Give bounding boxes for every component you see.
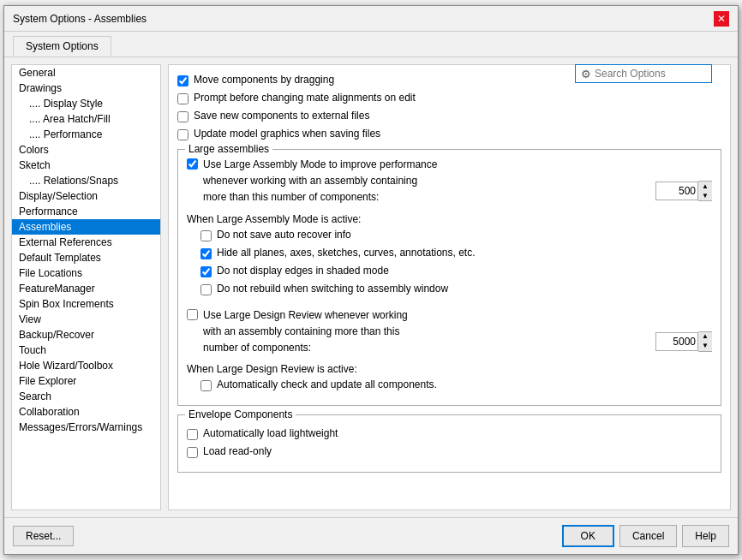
sidebar-item-backup-recover[interactable]: Backup/Recover bbox=[12, 327, 160, 343]
when-design-review-label: When Large Design Review is active: bbox=[187, 363, 712, 375]
search-bar: ⚙ bbox=[575, 64, 712, 83]
dialog-title: System Options - Assemblies bbox=[13, 13, 147, 25]
checkbox-hide-planes[interactable] bbox=[200, 248, 212, 259]
title-bar: System Options - Assemblies ✕ bbox=[4, 6, 738, 32]
sidebar-item-display-style[interactable]: .... Display Style bbox=[12, 96, 160, 111]
bottom-bar: Reset... OK Cancel Help bbox=[4, 517, 738, 554]
use-large-asm-row: Use Large Assembly Mode to improve perfo… bbox=[187, 157, 712, 206]
checkbox-row-prompt-mate: Prompt before changing mate alignments o… bbox=[177, 92, 721, 104]
main-panel: Move components by draggingPrompt before… bbox=[168, 64, 731, 510]
dialog-buttons: OK Cancel Help bbox=[562, 525, 729, 547]
content-area: GeneralDrawings.... Display Style.... Ar… bbox=[4, 57, 738, 517]
large-design-review-spinner-input[interactable] bbox=[655, 332, 698, 351]
when-active-row-hide-planes: Hide all planes, axes, sketches, curves,… bbox=[200, 247, 712, 259]
label-auto-load-lightweight: Automatically load lightweight bbox=[203, 427, 338, 439]
use-large-design-review-text: Use Large Design Review whenever working… bbox=[203, 307, 650, 357]
checkbox-use-large-design-review[interactable] bbox=[187, 309, 198, 320]
sidebar-item-collaboration[interactable]: Collaboration bbox=[12, 404, 160, 420]
checkbox-row-update-model-graphics: Update model graphics when saving files bbox=[177, 128, 721, 140]
checkbox-no-display-edges[interactable] bbox=[200, 266, 212, 277]
large-asm-spinner-down[interactable]: ▼ bbox=[698, 191, 712, 200]
large-design-review-spinner: ▲▼ bbox=[655, 331, 712, 352]
envelope-components-group: Envelope ComponentsAutomatically load li… bbox=[177, 414, 721, 473]
when-active-row-no-rebuild: Do not rebuild when switching to assembl… bbox=[200, 283, 712, 295]
checkbox-use-large-asm[interactable] bbox=[187, 158, 198, 170]
sidebar-item-feature-manager[interactable]: FeatureManager bbox=[12, 281, 160, 296]
use-large-asm-text: Use Large Assembly Mode to improve perfo… bbox=[203, 157, 650, 206]
search-icon: ⚙ bbox=[581, 68, 591, 80]
sidebar-item-colors[interactable]: Colors bbox=[12, 142, 160, 158]
large-assemblies-title: Large assemblies bbox=[185, 143, 272, 155]
checkbox-auto-check-update[interactable] bbox=[200, 380, 212, 391]
sidebar-item-display-selection[interactable]: Display/Selection bbox=[12, 188, 160, 204]
checkbox-prompt-mate[interactable] bbox=[177, 93, 188, 104]
envelope-components-title: Envelope Components bbox=[185, 408, 296, 420]
close-button[interactable]: ✕ bbox=[714, 11, 729, 27]
sidebar-item-sketch[interactable]: Sketch bbox=[12, 158, 160, 173]
sidebar-item-default-templates[interactable]: Default Templates bbox=[12, 250, 160, 265]
checkbox-label-move-components: Move components by dragging bbox=[194, 74, 334, 86]
checkbox-row-save-new-components: Save new components to external files bbox=[177, 110, 721, 122]
checkbox-auto-load-lightweight[interactable] bbox=[187, 429, 198, 440]
when-design-review-row-auto-check-update: Automatically check and update all compo… bbox=[200, 378, 712, 391]
sidebar-item-relations-snaps[interactable]: .... Relations/Snaps bbox=[12, 173, 160, 188]
tab-system-options[interactable]: System Options bbox=[13, 36, 111, 57]
when-active-row-no-save-recover: Do not save auto recover info bbox=[200, 229, 712, 241]
large-design-review-spinner-down[interactable]: ▼ bbox=[698, 342, 712, 351]
sidebar-item-search[interactable]: Search bbox=[12, 389, 160, 404]
when-active-label: When Large Assembly Mode is active: bbox=[187, 213, 712, 225]
large-assemblies-group: Large assembliesUse Large Assembly Mode … bbox=[177, 149, 721, 406]
reset-button[interactable]: Reset... bbox=[13, 526, 74, 546]
sidebar-item-hole-wizard-toolbox[interactable]: Hole Wizard/Toolbox bbox=[12, 358, 160, 373]
envelope-row-load-read-only: Load read-only bbox=[187, 445, 712, 458]
sidebar-item-messages-errors-warnings[interactable]: Messages/Errors/Warnings bbox=[12, 420, 160, 435]
sidebar: GeneralDrawings.... Display Style.... Ar… bbox=[11, 64, 161, 510]
help-button[interactable]: Help bbox=[682, 525, 729, 547]
ok-button[interactable]: OK bbox=[562, 525, 614, 547]
sidebar-item-area-hatch-fill[interactable]: .... Area Hatch/Fill bbox=[12, 111, 160, 127]
sidebar-item-spin-box-increments[interactable]: Spin Box Increments bbox=[12, 296, 160, 312]
sidebar-item-view[interactable]: View bbox=[12, 312, 160, 327]
sidebar-item-external-references[interactable]: External References bbox=[12, 235, 160, 250]
use-large-design-review-row: Use Large Design Review whenever working… bbox=[187, 307, 712, 357]
envelope-row-auto-load-lightweight: Automatically load lightweight bbox=[187, 427, 712, 440]
checkbox-label-prompt-mate: Prompt before changing mate alignments o… bbox=[194, 92, 416, 104]
label-no-display-edges: Do not display edges in shaded mode bbox=[217, 265, 389, 277]
checkbox-label-update-model-graphics: Update model graphics when saving files bbox=[194, 128, 380, 140]
label-no-rebuild: Do not rebuild when switching to assembl… bbox=[217, 283, 448, 295]
label-no-save-recover: Do not save auto recover info bbox=[217, 229, 351, 241]
label-load-read-only: Load read-only bbox=[203, 445, 272, 457]
dialog: System Options - Assemblies ✕ System Opt… bbox=[3, 5, 739, 555]
sidebar-item-performance[interactable]: Performance bbox=[12, 204, 160, 219]
large-asm-spinner: ▲▼ bbox=[655, 181, 712, 201]
checkbox-move-components[interactable] bbox=[177, 75, 188, 86]
checkbox-load-read-only[interactable] bbox=[187, 447, 198, 458]
large-asm-spinner-input[interactable] bbox=[655, 182, 698, 200]
sidebar-item-drawings[interactable]: Drawings bbox=[12, 80, 160, 96]
checkbox-label-save-new-components: Save new components to external files bbox=[194, 110, 369, 122]
checkbox-no-save-recover[interactable] bbox=[200, 230, 212, 241]
cancel-button[interactable]: Cancel bbox=[619, 525, 677, 547]
sidebar-item-performance-drawings[interactable]: .... Performance bbox=[12, 127, 160, 142]
large-design-review-spinner-up[interactable]: ▲ bbox=[698, 332, 712, 342]
sidebar-item-file-explorer[interactable]: File Explorer bbox=[12, 373, 160, 389]
sidebar-item-file-locations[interactable]: File Locations bbox=[12, 265, 160, 281]
sidebar-item-assemblies[interactable]: Assemblies bbox=[12, 219, 160, 235]
large-asm-spinner-up[interactable]: ▲ bbox=[698, 182, 712, 191]
when-active-row-no-display-edges: Do not display edges in shaded mode bbox=[200, 265, 712, 277]
sidebar-item-touch[interactable]: Touch bbox=[12, 343, 160, 358]
checkbox-update-model-graphics[interactable] bbox=[177, 129, 188, 140]
label-hide-planes: Hide all planes, axes, sketches, curves,… bbox=[217, 247, 476, 259]
checkbox-save-new-components[interactable] bbox=[177, 111, 188, 122]
checkbox-no-rebuild[interactable] bbox=[200, 284, 212, 295]
sidebar-item-general[interactable]: General bbox=[12, 65, 160, 80]
label-auto-check-update: Automatically check and update all compo… bbox=[217, 378, 437, 390]
search-input[interactable] bbox=[595, 68, 680, 80]
